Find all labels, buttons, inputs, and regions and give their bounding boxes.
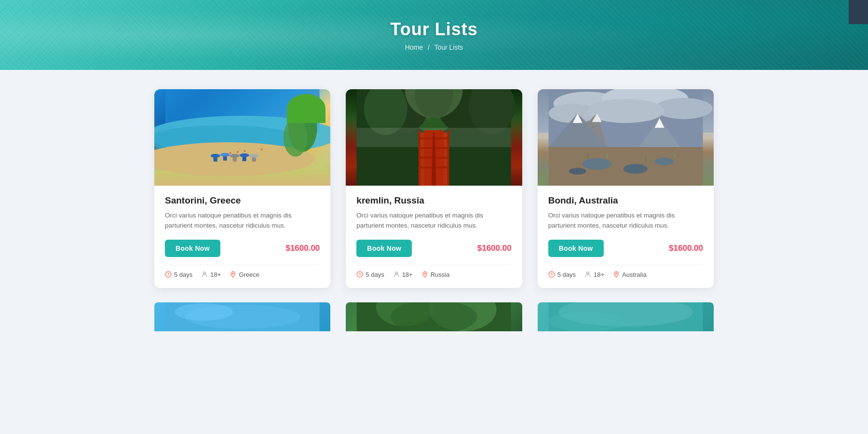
card-footer-russia: Book Now $1600.00 [356, 240, 511, 257]
corner-decoration [849, 0, 868, 24]
svg-point-57 [582, 158, 611, 170]
duration-australia: 5 days [548, 271, 576, 278]
card-meta-greece: 5 days 18+ Greece [165, 265, 320, 278]
partial-card-2 [346, 302, 522, 331]
location-greece: Greece [230, 271, 259, 278]
breadcrumb-home[interactable]: Home [405, 43, 423, 51]
svg-point-15 [249, 154, 259, 158]
card-title-russia: kremlin, Russia [356, 195, 511, 206]
location-icon [230, 271, 236, 278]
card-title-greece: Santorini, Greece [165, 195, 320, 206]
svg-point-18 [230, 152, 231, 154]
svg-point-66 [587, 272, 589, 274]
card-desc-australia: Orci varius natoque penatibus et magnis … [548, 211, 703, 231]
location-label-australia: Australia [622, 271, 647, 278]
card-title-australia: Bondi, Australia [548, 195, 703, 206]
tour-card-russia: kremlin, Russia Orci varius natoque pena… [346, 89, 522, 288]
svg-point-17 [244, 150, 246, 152]
age-australia: 18+ [584, 271, 604, 278]
svg-point-58 [623, 164, 647, 174]
duration-label-russia: 5 days [366, 271, 384, 278]
svg-point-11 [230, 154, 240, 158]
age-russia: 18+ [393, 271, 413, 278]
clock-icon-australia [548, 271, 555, 278]
card-image-australia [538, 89, 714, 186]
svg-rect-61 [587, 154, 588, 159]
svg-point-21 [203, 272, 206, 274]
svg-point-16 [237, 151, 239, 153]
breadcrumb: Home / Tour Lists [405, 43, 463, 51]
age-greece: 18+ [201, 271, 221, 278]
svg-point-67 [616, 273, 617, 274]
duration-russia: 5 days [356, 271, 384, 278]
svg-point-59 [654, 158, 674, 165]
card-body-australia: Bondi, Australia Orci varius natoque pen… [538, 186, 714, 288]
duration-label-greece: 5 days [174, 271, 192, 278]
card-body-russia: kremlin, Russia Orci varius natoque pena… [346, 186, 522, 288]
person-icon-australia [584, 271, 591, 278]
tour-card-australia: Bondi, Australia Orci varius natoque pen… [538, 89, 714, 288]
main-content: Santorini, Greece Orci varius natoque pe… [0, 70, 868, 434]
card-body-greece: Santorini, Greece Orci varius natoque pe… [154, 186, 330, 288]
svg-point-19 [261, 149, 263, 150]
person-icon-russia [393, 271, 400, 278]
card-image-greece [154, 89, 330, 186]
card-desc-russia: Orci varius natoque penatibus et magnis … [356, 211, 511, 231]
svg-point-74 [391, 302, 477, 331]
age-label-greece: 18+ [210, 271, 221, 278]
svg-point-60 [569, 168, 586, 175]
book-now-button-russia[interactable]: Book Now [356, 240, 412, 257]
cards-container: Santorini, Greece Orci varius natoque pe… [145, 89, 723, 331]
location-label-greece: Greece [239, 271, 259, 278]
location-russia: Russia [421, 271, 450, 278]
card-footer-greece: Book Now $1600.00 [165, 240, 320, 257]
clock-icon [165, 271, 172, 278]
location-icon-russia [421, 271, 428, 278]
svg-point-5 [284, 118, 308, 157]
card-meta-australia: 5 days 18+ Australia [548, 265, 703, 278]
card-meta-russia: 5 days 18+ Russia [356, 265, 511, 278]
age-label-russia: 18+ [402, 271, 413, 278]
location-icon-australia [613, 271, 620, 278]
hero-title: Tour Lists [390, 19, 477, 40]
duration-label-australia: 5 days [557, 271, 576, 278]
partial-card-3 [538, 302, 714, 331]
person-icon [201, 271, 208, 278]
hero-banner: Tour Lists Home / Tour Lists [0, 0, 868, 70]
svg-rect-63 [645, 157, 646, 162]
svg-point-42 [395, 272, 397, 274]
svg-point-70 [175, 303, 233, 321]
svg-rect-64 [674, 153, 675, 158]
tour-card-greece: Santorini, Greece Orci varius natoque pe… [154, 89, 330, 288]
book-now-button-greece[interactable]: Book Now [165, 240, 220, 257]
bottom-cards-grid [154, 302, 714, 331]
svg-point-43 [424, 273, 425, 274]
partial-card-1 [154, 302, 330, 331]
card-desc-greece: Orci varius natoque penatibus et magnis … [165, 211, 320, 231]
svg-point-77 [548, 312, 625, 331]
svg-rect-62 [606, 153, 608, 158]
breadcrumb-current: Tour Lists [434, 43, 463, 51]
price-greece: $1600.00 [285, 244, 320, 253]
book-now-button-australia[interactable]: Book Now [548, 240, 604, 257]
svg-point-9 [220, 153, 230, 157]
location-australia: Australia [613, 271, 647, 278]
card-image-russia [346, 89, 522, 186]
card-footer-australia: Book Now $1600.00 [548, 240, 703, 257]
top-cards-grid: Santorini, Greece Orci varius natoque pe… [154, 89, 714, 288]
breadcrumb-separator: / [428, 43, 430, 51]
price-russia: $1600.00 [477, 244, 512, 253]
price-australia: $1600.00 [669, 244, 703, 253]
clock-icon-russia [356, 271, 363, 278]
svg-point-13 [240, 153, 249, 157]
duration-greece: 5 days [165, 271, 192, 278]
age-label-australia: 18+ [594, 271, 604, 278]
svg-point-7 [211, 154, 220, 158]
location-label-russia: Russia [431, 271, 450, 278]
svg-point-22 [232, 273, 234, 274]
